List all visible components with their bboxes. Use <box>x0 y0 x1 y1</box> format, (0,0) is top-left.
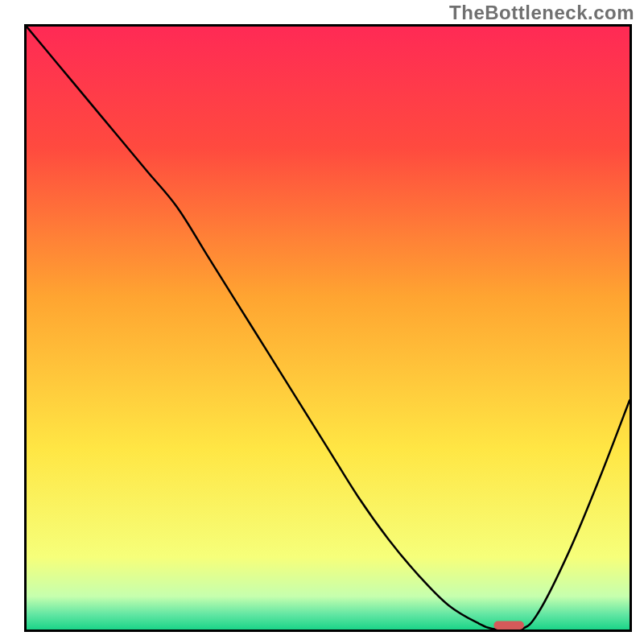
optimum-marker <box>493 621 523 630</box>
plot-svg <box>27 27 630 630</box>
gradient-background <box>27 27 630 630</box>
watermark-text: TheBottleneck.com <box>449 2 634 24</box>
chart-frame: TheBottleneck.com <box>0 0 644 644</box>
